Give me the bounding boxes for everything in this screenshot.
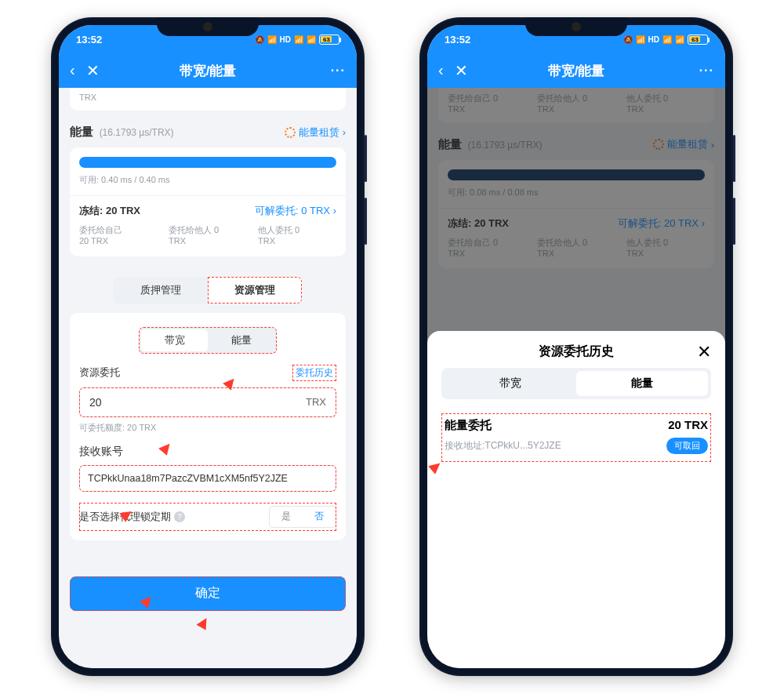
history-item[interactable]: 能量委托 20 TRX 接收地址:TCPkkU...5Y2JZE 可取回 <box>441 413 711 462</box>
energy-rent-link[interactable]: 能量租赁 › <box>653 137 714 151</box>
recv-address-input[interactable]: TCPkkUnaa18m7PazcZVBM1cXM5nf5Y2JZE <box>79 465 336 492</box>
energy-progress <box>448 169 705 180</box>
energy-section-head: 能量 (16.1793 µs/TRX) 能量租赁 › <box>438 137 714 152</box>
status-right: 🔕 📶 HD 📶 📶 63 <box>623 35 708 45</box>
history-item-amount: 20 TRX <box>668 418 708 433</box>
energy-card: 可用: 0.40 ms / 0.40 ms 冻结: 20 TRX 可解委托: 0… <box>70 147 346 256</box>
chevron-right-icon: › <box>343 126 346 138</box>
phone-notch <box>525 17 627 36</box>
energy-rent-link[interactable]: 能量租赁 › <box>285 125 346 140</box>
chevron-right-icon: › <box>711 139 714 151</box>
hd-icon: HD <box>280 35 291 44</box>
delegate-quota: 可委托额度: 20 TRX <box>79 422 336 434</box>
amount-input[interactable]: 20 TRX <box>79 387 336 417</box>
trx-stub: TRX <box>79 93 96 102</box>
app-bar: ‹ ✕ 带宽/能量 ··· <box>59 53 357 88</box>
alloc-other-label: 委托给他人 0 <box>169 224 247 235</box>
battery-icon: 63 <box>319 35 339 45</box>
phone-notch <box>157 17 259 36</box>
content-left: TRX 能量 (16.1793 µs/TRX) 能量租赁 › 可用: 0.40 … <box>59 88 357 622</box>
status-right: 🔕 📶 HD 📶 📶 63 <box>255 35 339 45</box>
energy-section-head: 能量 (16.1793 µs/TRX) 能量租赁 › <box>70 125 346 140</box>
signal-icon: 📶 <box>294 35 303 44</box>
help-icon[interactable]: ? <box>174 511 185 522</box>
amount-unit: TRX <box>306 396 326 408</box>
energy-rate: (16.1793 µs/TRX) <box>100 127 174 138</box>
chevron-right-icon: › <box>702 217 705 229</box>
back-button[interactable]: ‹ <box>70 61 75 80</box>
wifi-icon: 📶 <box>267 35 277 44</box>
hd-icon: HD <box>648 35 659 44</box>
energy-usable: 可用: 0.08 ms / 0.08 ms <box>448 187 705 198</box>
lock-toggle: 是 否 <box>269 506 336 528</box>
signal2-icon: 📶 <box>675 35 684 44</box>
revoke-button[interactable]: 可取回 <box>666 438 708 454</box>
phone-right: 13:52 🔕 📶 HD 📶 📶 63 ‹ ✕ 带宽/能量 ··· 委托给自己 … <box>419 17 733 676</box>
tab-stake-manage[interactable]: 质押管理 <box>114 277 208 304</box>
signal-icon: 📶 <box>662 35 672 44</box>
energy-label: 能量 <box>438 137 462 151</box>
energy-card: 可用: 0.08 ms / 0.08 ms 冻结: 20 TRX 可解委托: 2… <box>438 160 714 269</box>
screen-right: 13:52 🔕 📶 HD 📶 📶 63 ‹ ✕ 带宽/能量 ··· 委托给自己 … <box>427 25 725 668</box>
delegate-card: 带宽 能量 资源委托 委托历史 20 TRX 可委托额度: 20 TRX 接收账… <box>70 313 346 540</box>
screen-left: 13:52 🔕 📶 HD 📶 📶 63 ‹ ✕ 带宽/能量 ··· TRX <box>59 25 357 668</box>
type-segmented: 带宽 能量 <box>139 327 277 354</box>
energy-progress <box>79 157 336 168</box>
close-button[interactable]: ✕ <box>455 61 468 80</box>
more-button[interactable]: ··· <box>331 64 346 78</box>
rent-icon <box>653 139 664 150</box>
amount-value: 20 <box>89 396 306 409</box>
history-item-address: 接收地址:TCPkkU...5Y2JZE <box>445 439 561 453</box>
energy-releasable[interactable]: 可解委托: 0 TRX › <box>255 204 336 218</box>
rent-icon <box>285 127 296 138</box>
wifi-icon: 📶 <box>636 35 645 44</box>
manage-tab-pair: 质押管理 资源管理 <box>70 277 346 304</box>
page-title: 带宽/能量 <box>427 62 725 80</box>
mute-icon: 🔕 <box>623 35 633 44</box>
alloc-self-label: 委托给自己 <box>79 224 158 235</box>
chevron-right-icon: › <box>333 205 336 216</box>
history-bottom-sheet: 资源委托历史 ✕ 带宽 能量 能量委托 20 TRX 接收地址:TCPkkU..… <box>427 331 725 668</box>
sheet-close-button[interactable]: ✕ <box>697 342 711 362</box>
alloc-from-label: 他人委托 0 <box>258 224 336 235</box>
energy-label: 能量 <box>70 125 93 138</box>
lock-no[interactable]: 否 <box>303 507 336 527</box>
lock-yes[interactable]: 是 <box>270 507 303 527</box>
close-button[interactable]: ✕ <box>86 61 100 80</box>
seg-bandwidth[interactable]: 带宽 <box>141 329 208 351</box>
recv-label: 接收账号 <box>79 445 336 459</box>
energy-frozen: 冻结: 20 TRX <box>448 216 509 231</box>
delegate-title: 资源委托 <box>79 365 120 380</box>
signal2-icon: 📶 <box>307 35 316 44</box>
mute-icon: 🔕 <box>255 35 264 44</box>
sheet-tab-energy[interactable]: 能量 <box>576 371 708 396</box>
more-button[interactable]: ··· <box>699 64 714 78</box>
energy-frozen: 冻结: 20 TRX <box>79 204 140 218</box>
seg-energy[interactable]: 能量 <box>208 329 274 351</box>
history-item-title: 能量委托 <box>445 418 492 433</box>
energy-rate: (16.1793 µs/TRX) <box>468 140 543 151</box>
sheet-tab-bandwidth[interactable]: 带宽 <box>445 371 576 396</box>
status-time: 13:52 <box>76 34 102 45</box>
status-time: 13:52 <box>445 34 470 45</box>
energy-usable: 可用: 0.40 ms / 0.40 ms <box>79 174 336 186</box>
confirm-button[interactable]: 确定 <box>70 576 346 611</box>
energy-releasable[interactable]: 可解委托: 20 TRX › <box>618 216 705 231</box>
sheet-segmented: 带宽 能量 <box>441 368 711 399</box>
battery-icon: 63 <box>688 35 708 45</box>
phone-left: 13:52 🔕 📶 HD 📶 📶 63 ‹ ✕ 带宽/能量 ··· TRX <box>51 17 365 676</box>
back-button[interactable]: ‹ <box>438 61 444 80</box>
page-title: 带宽/能量 <box>59 62 357 80</box>
delegate-history-link[interactable]: 委托历史 <box>292 365 336 381</box>
app-bar: ‹ ✕ 带宽/能量 ··· <box>427 53 725 88</box>
pointer-arrow-icon <box>196 615 211 630</box>
sheet-title: 资源委托历史 <box>539 344 614 360</box>
tab-resource-manage[interactable]: 资源管理 <box>208 277 302 304</box>
